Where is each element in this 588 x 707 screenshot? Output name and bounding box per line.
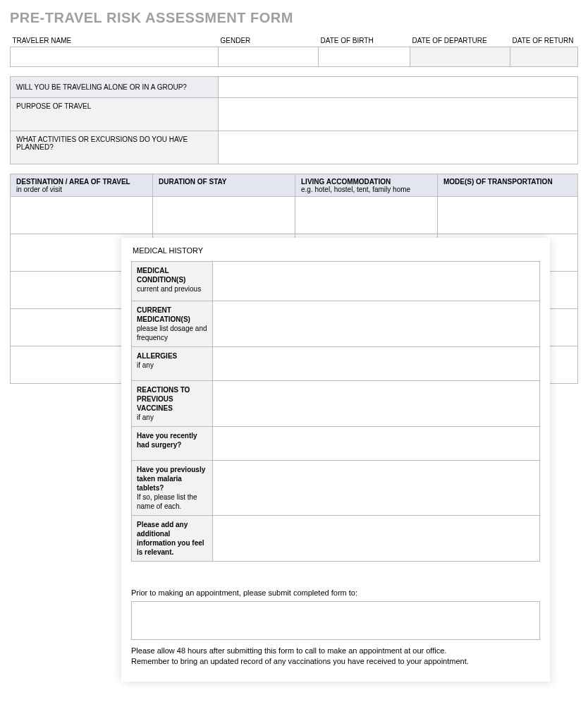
submit-to-input[interactable] — [131, 601, 540, 640]
additional-info-label: Please add any additional information yo… — [132, 516, 213, 562]
current-medications-label: CURRENT MEDICATION(S)please list dosage … — [132, 301, 213, 347]
allergies-input[interactable] — [213, 347, 540, 381]
transportation-header: MODE(S) OF TRANSPORTATION — [438, 174, 578, 197]
traveler-info-table: TRAVELER NAME GENDER DATE OF BIRTH DATE … — [10, 35, 578, 67]
accommodation-header: LIVING ACCOMMODATIONe.g. hotel, hostel, … — [295, 174, 438, 197]
destination-header: DESTINATION / AREA OF TRAVELin order of … — [11, 174, 153, 197]
gender-input[interactable] — [219, 47, 319, 67]
table-cell[interactable] — [438, 197, 578, 234]
footer-note: Please allow 48 hours after submitting t… — [131, 646, 540, 667]
page-title: PRE-TRAVEL RISK ASSESSMENT FORM — [10, 10, 578, 26]
alone-group-label: WILL YOU BE TRAVELING ALONE OR IN A GROU… — [11, 77, 219, 98]
medical-conditions-input[interactable] — [213, 262, 540, 301]
dob-input[interactable] — [319, 47, 410, 67]
alone-group-input[interactable] — [219, 77, 578, 98]
return-input[interactable] — [510, 47, 578, 67]
activities-label: WHAT ACTIVITIES OR EXCURSIONS DO YOU HAV… — [11, 131, 219, 164]
medical-history-heading: MEDICAL HISTORY — [133, 246, 540, 255]
medical-history-overlay: MEDICAL HISTORY MEDICAL CONDITION(S)curr… — [121, 238, 550, 682]
departure-input[interactable] — [410, 47, 510, 67]
purpose-input[interactable] — [219, 98, 578, 131]
table-cell[interactable] — [295, 197, 438, 234]
traveler-name-input[interactable] — [11, 47, 219, 67]
malaria-tablets-input[interactable] — [213, 461, 540, 516]
purpose-label: PURPOSE OF TRAVEL — [11, 98, 219, 131]
traveler-name-label: TRAVELER NAME — [11, 35, 219, 47]
table-cell[interactable] — [153, 197, 295, 234]
vaccine-reactions-input[interactable] — [213, 381, 540, 427]
submit-note: Prior to making an appointment, please s… — [131, 588, 540, 597]
purpose-table: WILL YOU BE TRAVELING ALONE OR IN A GROU… — [10, 76, 578, 164]
table-cell[interactable] — [11, 197, 153, 234]
current-medications-input[interactable] — [213, 301, 540, 347]
departure-label: DATE OF DEPARTURE — [410, 35, 510, 47]
duration-header: DURATION OF STAY — [153, 174, 295, 197]
activities-input[interactable] — [219, 131, 578, 164]
additional-info-input[interactable] — [213, 516, 540, 562]
dob-label: DATE OF BIRTH — [319, 35, 410, 47]
allergies-label: ALLERGIESif any — [132, 347, 213, 381]
surgery-input[interactable] — [213, 427, 540, 461]
gender-label: GENDER — [219, 35, 319, 47]
malaria-tablets-label: Have you previously taken malaria tablet… — [132, 461, 213, 516]
medical-conditions-label: MEDICAL CONDITION(S)current and previous — [132, 262, 213, 301]
surgery-label: Have you recently had surgery? — [132, 427, 213, 461]
return-label: DATE OF RETURN — [510, 35, 578, 47]
vaccine-reactions-label: REACTIONS TO PREVIOUS VACCINESif any — [132, 381, 213, 427]
medical-history-table: MEDICAL CONDITION(S)current and previous… — [131, 261, 540, 562]
